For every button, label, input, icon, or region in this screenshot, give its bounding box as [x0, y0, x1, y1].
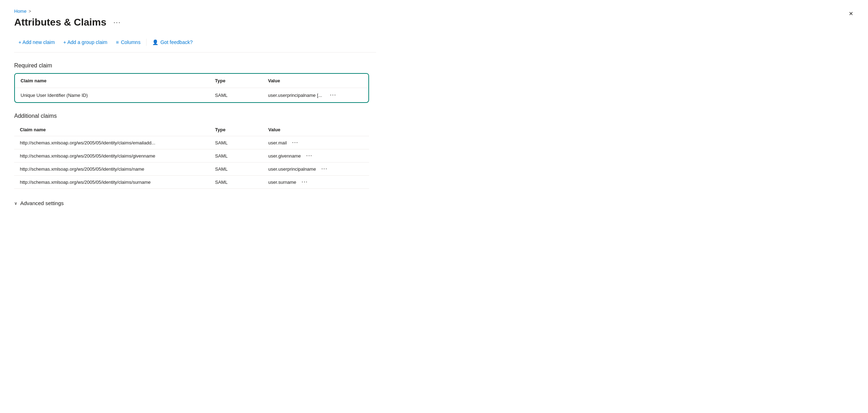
additional-claim-actions-button-1[interactable]: ···	[303, 152, 315, 160]
additional-claim-actions-button-2[interactable]: ···	[319, 165, 331, 173]
advanced-settings-toggle[interactable]: ∨ Advanced settings	[14, 199, 64, 208]
required-claim-value-text: user.userprincipalname [...	[268, 93, 322, 98]
additional-claims-header-row: Claim name Type Value	[14, 123, 369, 136]
toolbar: + Add new claim + Add a group claim ≡ Co…	[14, 37, 376, 53]
additional-claim-actions-button-3[interactable]: ···	[299, 178, 311, 186]
additional-claims-section: Additional claims Claim name Type Value …	[14, 113, 376, 189]
add-group-claim-button[interactable]: + Add a group claim	[59, 37, 111, 48]
table-row[interactable]: http://schemas.xmlsoap.org/ws/2005/05/id…	[14, 176, 369, 189]
additional-claim-type-cell-3: SAML	[209, 176, 263, 189]
required-claims-header-row: Claim name Type Value	[15, 74, 368, 88]
breadcrumb-separator: >	[29, 9, 31, 14]
feedback-icon: 👤	[152, 39, 158, 45]
page-header: Attributes & Claims ···	[14, 17, 376, 28]
additional-claim-value-text-0: user.mail	[268, 140, 287, 145]
table-row[interactable]: http://schemas.xmlsoap.org/ws/2005/05/id…	[14, 149, 369, 163]
close-button[interactable]: ×	[845, 7, 857, 20]
more-options-button[interactable]: ···	[111, 17, 124, 28]
additional-claim-type-cell-0: SAML	[209, 136, 263, 149]
additional-claim-value-text-1: user.givenname	[268, 153, 301, 159]
breadcrumb-home-link[interactable]: Home	[14, 9, 27, 14]
required-claim-name-cell: Unique User Identifier (Name ID)	[15, 88, 209, 103]
additional-claim-actions-button-0[interactable]: ···	[289, 138, 301, 147]
feedback-label: Got feedback?	[160, 39, 193, 45]
additional-claim-name-cell-3: http://schemas.xmlsoap.org/ws/2005/05/id…	[14, 176, 209, 189]
additional-col-type-header: Type	[209, 123, 263, 136]
additional-claim-name-cell-0: http://schemas.xmlsoap.org/ws/2005/05/id…	[14, 136, 209, 149]
additional-claim-type-cell-2: SAML	[209, 163, 263, 176]
additional-claim-value-text-3: user.surname	[268, 180, 296, 185]
table-row[interactable]: http://schemas.xmlsoap.org/ws/2005/05/id…	[14, 163, 369, 176]
required-claim-section-title: Required claim	[14, 62, 376, 69]
additional-claim-value-cell-1: user.givenname ···	[263, 149, 369, 163]
page-title: Attributes & Claims	[14, 17, 106, 28]
add-group-claim-label: + Add a group claim	[63, 39, 107, 45]
required-col-type-header: Type	[209, 74, 262, 88]
add-new-claim-label: + Add new claim	[18, 39, 55, 45]
additional-claims-table-element: Claim name Type Value http://schemas.xml…	[14, 123, 369, 189]
columns-icon: ≡	[116, 39, 119, 45]
additional-claim-type-cell-1: SAML	[209, 149, 263, 163]
columns-button[interactable]: ≡ Columns	[111, 37, 144, 48]
table-row[interactable]: http://schemas.xmlsoap.org/ws/2005/05/id…	[14, 136, 369, 149]
table-row[interactable]: Unique User Identifier (Name ID) SAML us…	[15, 88, 368, 103]
required-claim-section: Required claim Claim name Type Value Uni…	[14, 62, 376, 103]
chevron-down-icon: ∨	[14, 201, 17, 206]
required-claims-table-element: Claim name Type Value Unique User Identi…	[15, 74, 368, 102]
additional-col-value-header: Value	[263, 123, 369, 136]
additional-col-claim-name-header: Claim name	[14, 123, 209, 136]
additional-claim-value-text-2: user.userprincipalname	[268, 166, 316, 172]
feedback-button[interactable]: 👤 Got feedback?	[148, 37, 197, 48]
required-col-value-header: Value	[262, 74, 368, 88]
additional-claim-name-cell-2: http://schemas.xmlsoap.org/ws/2005/05/id…	[14, 163, 209, 176]
additional-claim-value-cell-0: user.mail ···	[263, 136, 369, 149]
required-col-claim-name-header: Claim name	[15, 74, 209, 88]
required-claim-value-cell: user.userprincipalname [... ···	[262, 88, 368, 103]
columns-label: Columns	[121, 39, 141, 45]
required-claim-type-cell: SAML	[209, 88, 262, 103]
breadcrumb: Home >	[14, 9, 376, 14]
add-new-claim-button[interactable]: + Add new claim	[14, 37, 59, 48]
toolbar-divider	[146, 39, 147, 46]
advanced-settings-label: Advanced settings	[20, 200, 64, 206]
required-claim-actions-button[interactable]: ···	[327, 91, 339, 99]
additional-claim-value-cell-2: user.userprincipalname ···	[263, 163, 369, 176]
close-icon: ×	[849, 10, 853, 18]
additional-claim-name-cell-1: http://schemas.xmlsoap.org/ws/2005/05/id…	[14, 149, 209, 163]
additional-claims-section-title: Additional claims	[14, 113, 376, 119]
required-claim-table: Claim name Type Value Unique User Identi…	[14, 73, 369, 103]
additional-claim-value-cell-3: user.surname ···	[263, 176, 369, 189]
